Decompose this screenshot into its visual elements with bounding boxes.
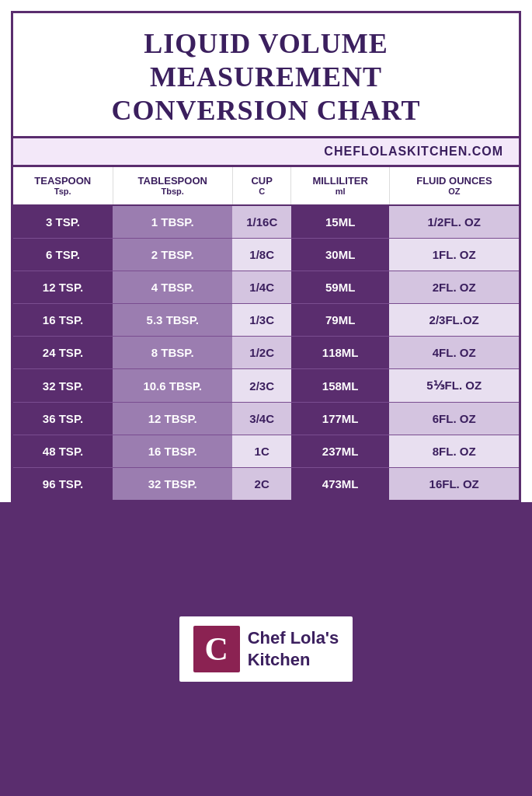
brand-letter: C [193, 626, 240, 672]
table-cell: 16 TSP. [13, 304, 113, 337]
table-cell: 3/4C [232, 403, 290, 435]
table-cell: 158ML [291, 369, 389, 403]
table-row: 48 TSP.16 TBSP.1C237ML8FL. OZ [13, 435, 519, 468]
table-cell: 16FL. OZ [389, 468, 519, 501]
brand-logo: C Chef Lola'sKitchen [179, 616, 353, 682]
table-cell: 30ML [291, 239, 389, 271]
website-bar: CHEFLOLASKITCHEN.COM [11, 138, 521, 167]
table-cell: 4 TBSP. [113, 271, 232, 304]
table-header-row: TEASPOONTsp. TABLESPOONTbsp. CUPC MILLIL… [13, 167, 519, 206]
table-cell: 4FL. OZ [389, 337, 519, 369]
table-row: 96 TSP.32 TBSP.2C473ML16FL. OZ [13, 468, 519, 501]
table-cell: 6 TSP. [13, 239, 113, 271]
col-fluid-ounces: FLUID OUNCESOZ [389, 167, 519, 206]
table-cell: 12 TSP. [13, 271, 113, 304]
table-row: 16 TSP.5.3 TBSP.1/3C79ML2/3FL.OZ [13, 304, 519, 337]
col-tablespoon: TABLESPOONTbsp. [113, 167, 232, 206]
table-cell: 16 TBSP. [113, 435, 232, 468]
table-cell: 32 TSP. [13, 369, 113, 403]
website-url: CHEFLOLASKITCHEN.COM [324, 145, 503, 158]
table-row: 6 TSP.2 TBSP.1/8C30ML1FL. OZ [13, 239, 519, 271]
conversion-table: TEASPOONTsp. TABLESPOONTbsp. CUPC MILLIL… [13, 167, 519, 501]
table-cell: 3 TSP. [13, 205, 113, 239]
table-cell: 15ML [291, 205, 389, 239]
table-cell: 1/2C [232, 337, 290, 369]
table-cell: 10.6 TBSP. [113, 369, 232, 403]
col-teaspoon: TEASPOONTsp. [13, 167, 113, 206]
col-cup: CUPC [232, 167, 290, 206]
table-cell: 237ML [291, 435, 389, 468]
table-cell: 1/16C [232, 205, 290, 239]
table-cell: 118ML [291, 337, 389, 369]
table-cell: 2FL. OZ [389, 271, 519, 304]
table-cell: 5⅓FL. OZ [389, 369, 519, 403]
table-cell: 48 TSP. [13, 435, 113, 468]
table-cell: 12 TBSP. [113, 403, 232, 435]
page-title: LIQUID VOLUMEMEASUREMENTCONVERSION CHART [29, 27, 503, 128]
table-cell: 36 TSP. [13, 403, 113, 435]
table-cell: 96 TSP. [13, 468, 113, 501]
table-cell: 1/8C [232, 239, 290, 271]
table-cell: 1 TBSP. [113, 205, 232, 239]
table-cell: 177ML [291, 403, 389, 435]
table-cell: 24 TSP. [13, 337, 113, 369]
table-row: 3 TSP.1 TBSP.1/16C15ML1/2FL. OZ [13, 205, 519, 239]
table-cell: 8 TBSP. [113, 337, 232, 369]
table-cell: 8FL. OZ [389, 435, 519, 468]
table-cell: 1/3C [232, 304, 290, 337]
table-cell: 1C [232, 435, 290, 468]
table-cell: 1FL. OZ [389, 239, 519, 271]
footer: C Chef Lola'sKitchen [0, 502, 532, 796]
table-cell: 1/4C [232, 271, 290, 304]
table-cell: 6FL. OZ [389, 403, 519, 435]
conversion-table-container: TEASPOONTsp. TABLESPOONTbsp. CUPC MILLIL… [11, 167, 521, 503]
col-milliliter: MILLILITERml [291, 167, 389, 206]
table-cell: 59ML [291, 271, 389, 304]
table-cell: 2C [232, 468, 290, 501]
table-cell: 2/3FL.OZ [389, 304, 519, 337]
table-cell: 5.3 TBSP. [113, 304, 232, 337]
table-row: 24 TSP.8 TBSP.1/2C118ML4FL. OZ [13, 337, 519, 369]
table-cell: 1/2FL. OZ [389, 205, 519, 239]
table-row: 12 TSP.4 TBSP.1/4C59ML2FL. OZ [13, 271, 519, 304]
table-cell: 32 TBSP. [113, 468, 232, 501]
table-cell: 2 TBSP. [113, 239, 232, 271]
table-cell: 2/3C [232, 369, 290, 403]
table-cell: 79ML [291, 304, 389, 337]
table-row: 36 TSP.12 TBSP.3/4C177ML6FL. OZ [13, 403, 519, 435]
table-cell: 473ML [291, 468, 389, 501]
header-box: LIQUID VOLUMEMEASUREMENTCONVERSION CHART [11, 11, 521, 138]
brand-name: Chef Lola'sKitchen [248, 627, 339, 672]
table-row: 32 TSP.10.6 TBSP.2/3C158ML5⅓FL. OZ [13, 369, 519, 403]
